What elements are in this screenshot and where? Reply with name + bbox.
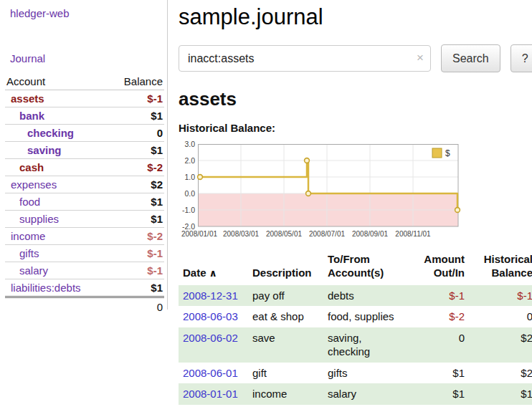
register-header-amount: Amount Out/In [402,250,466,285]
historical-balance-chart: $ 3.0 2.0 1.0 0.0 -1.0 -2.0 2008/01/01 2… [179,138,532,240]
account-row: liabilities:debts $1 [5,279,164,297]
account-link-expenses[interactable]: expenses [11,178,57,191]
account-balance: $1 [108,142,164,159]
chart-label: Historical Balance: [179,122,532,134]
chart-legend: $ [429,146,457,160]
account-row: assets $-1 [5,90,164,107]
register-header-date[interactable]: Date∧ [179,250,248,285]
chart-y-tick: 0.0 [184,189,195,198]
account-link-salary[interactable]: salary [19,264,48,277]
transaction-balance: $2 [466,327,532,363]
transaction-accounts: salary [323,383,402,405]
account-row: supplies $1 [5,211,164,228]
account-link-gifts[interactable]: gifts [19,247,39,259]
account-balance: $-1 [108,262,164,279]
app-title: hledger-web [0,7,167,19]
transaction-date-link[interactable]: 2008-06-01 [183,367,238,379]
section-title: assets [179,88,532,110]
account-link-saving[interactable]: saving [27,144,62,156]
transaction-date-link[interactable]: 2008-06-03 [183,310,238,322]
page-title: sample.journal [179,4,532,30]
app-window: hledger-web Journal Account Balance asse… [0,0,532,405]
transaction-amount: 0 [402,327,466,363]
transaction-accounts: debts [323,285,402,307]
chart-canvas: $ 3.0 2.0 1.0 0.0 -1.0 -2.0 2008/01/01 2… [179,138,531,240]
search-row: × Search ? [179,44,532,72]
transaction-amount: $1 [402,363,466,384]
sidebar-nav: Journal [0,52,167,64]
register-header-balance: Historical Balance [466,250,532,285]
chart-legend-label: $ [445,148,450,158]
transaction-balance: 0 [466,306,532,327]
transaction-amount: $-2 [402,306,466,327]
chart-x-tick: 2008/07/01 [309,230,345,238]
account-link-bank[interactable]: bank [19,110,44,122]
chart-x-tick: 2008/03/01 [223,230,259,238]
account-balance: $-1 [108,90,164,107]
account-link-liabilities-debts[interactable]: liabilities:debts [11,282,81,294]
transaction-description: eat & shop [248,306,323,327]
chart-y-axis-labels: 3.0 2.0 1.0 0.0 -1.0 -2.0 [182,140,195,231]
app-title-link[interactable]: hledger-web [10,7,70,19]
account-row: gifts $-1 [5,245,164,262]
register-row: 2008-06-02 save saving, checking 0 $2 [179,327,532,363]
register-row: 2008-06-03 eat & shop food, supplies $-2… [179,306,532,327]
transaction-description: income [248,383,323,405]
sidebar: hledger-web Journal Account Balance asse… [0,0,168,310]
transaction-date-link[interactable]: 2008-12-31 [183,289,238,302]
account-link-supplies[interactable]: supplies [19,213,59,225]
transaction-balance: $2 [466,363,532,384]
account-link-assets[interactable]: assets [11,92,44,105]
register-header-description: Description [248,250,323,285]
account-balance: 0 [108,125,164,142]
main-content: sample.journal × Search ? assets Histori… [168,0,532,405]
search-button[interactable]: Search [441,44,500,72]
transaction-balance: $-1 [466,285,532,307]
account-balance: $-2 [108,159,164,176]
accounts-header-account: Account [5,73,108,90]
chart-x-axis-labels: 2008/01/01 2008/03/01 2008/05/01 2008/07… [181,230,431,238]
accounts-header-row: Account Balance [5,73,164,90]
accounts-header-balance: Balance [108,73,164,90]
register-row: 2008-06-01 gift gifts $1 $2 [179,363,532,384]
account-link-income[interactable]: income [11,230,45,242]
account-link-cash[interactable]: cash [19,161,44,173]
help-button[interactable]: ? [510,44,532,72]
nav-journal-link[interactable]: Journal [10,52,45,64]
transaction-date-link[interactable]: 2008-06-02 [183,332,238,344]
register-row: 2008-12-31 pay off debts $-1 $-1 [179,285,532,307]
register-header-row: Date∧ Description To/From Account(s) Amo… [179,250,532,285]
account-row: income $-2 [5,228,164,245]
chart-x-tick: 2008/01/01 [181,230,217,238]
chart-y-tick: -1.0 [182,206,195,214]
account-link-checking[interactable]: checking [27,127,74,139]
search-box: × [179,45,431,72]
chart-x-tick: 2008/05/01 [266,230,302,238]
account-row: bank $1 [5,107,164,125]
transaction-amount: $-1 [402,285,466,307]
account-balance: $1 [108,193,164,211]
transaction-description: gift [248,363,323,384]
transaction-amount: $1 [402,383,466,405]
chart-y-tick: 1.0 [184,173,195,181]
account-balance: $1 [108,279,164,297]
register-header-account: To/From Account(s) [323,250,402,285]
transaction-description: pay off [248,285,323,307]
account-row: cash $-2 [5,159,164,176]
account-balance: $-1 [108,245,164,262]
transaction-accounts: food, supplies [323,306,402,327]
account-balance: $-2 [108,228,164,245]
account-row: salary $-1 [5,262,164,279]
search-input[interactable] [179,45,431,72]
accounts-total-value: 0 [108,297,164,316]
chart-x-tick: 2008/11/01 [395,230,431,238]
account-link-food[interactable]: food [19,196,40,208]
sort-ascending-icon[interactable]: ∧ [209,267,217,279]
account-row: expenses $2 [5,176,164,193]
account-balance: $1 [108,211,164,228]
chart-x-tick: 2008/09/01 [352,230,388,238]
transaction-date-link[interactable]: 2008-01-01 [183,388,238,400]
account-row: food $1 [5,193,164,211]
accounts-table: Account Balance assets $-1 bank $1 check… [5,73,164,315]
clear-search-icon[interactable]: × [417,51,424,65]
